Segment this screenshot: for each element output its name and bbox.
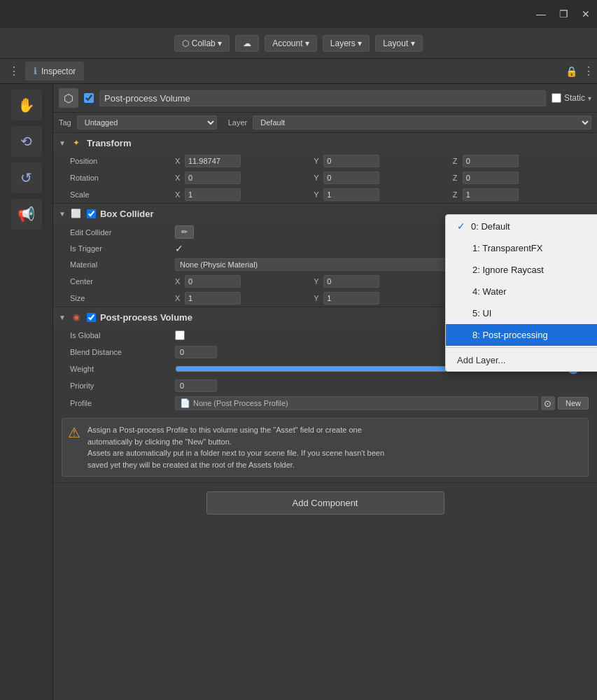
edit-collider-button[interactable]: ✏: [175, 225, 194, 239]
close-button[interactable]: ✕: [580, 8, 591, 20]
profile-field: 📄 None (Post Process Profile): [175, 396, 538, 410]
center-y-input[interactable]: [323, 275, 379, 288]
size-label: Size: [70, 294, 175, 302]
priority-input[interactable]: [175, 379, 217, 392]
rotation-z-input[interactable]: [463, 172, 519, 184]
profile-pick-button[interactable]: ⊙: [541, 396, 555, 410]
layer-dropdown-item-postprocessing[interactable]: 8: Post-processing: [446, 324, 597, 346]
add-layer-label: Add Layer...: [457, 355, 505, 365]
cloud-button[interactable]: ☁: [235, 35, 259, 52]
position-y-input[interactable]: [323, 155, 379, 167]
object-active-checkbox[interactable]: [84, 93, 94, 103]
layer-dropdown-item-transparent[interactable]: 1: TransparentFX: [446, 237, 597, 259]
object-name-input[interactable]: [99, 90, 546, 106]
add-component-button[interactable]: Add Component: [206, 491, 444, 514]
tag-layer-row: Tag Untagged Layer Default: [53, 113, 597, 133]
rotation-y-input[interactable]: [323, 172, 379, 184]
transform-section-header[interactable]: ▼ ✦ Transform: [53, 133, 597, 153]
inspector-info-icon: ℹ: [34, 66, 37, 76]
transform-arrow-icon: ▼: [59, 139, 66, 147]
transform-title: Transform: [87, 138, 132, 148]
profile-label: Profile: [70, 399, 175, 407]
tab-bar: ⋮ ℹ Inspector 🔒 ⋮: [0, 59, 597, 84]
ppv-checkbox[interactable]: [87, 313, 96, 322]
sidebar-speaker-icon[interactable]: 📢: [11, 199, 42, 230]
position-z-input[interactable]: [463, 155, 519, 167]
account-button[interactable]: Account ▾: [265, 35, 317, 52]
layer-dropdown-item-default[interactable]: 0: Default: [446, 215, 597, 237]
tag-select[interactable]: Untagged: [77, 115, 217, 130]
blend-distance-label: Blend Distance: [70, 348, 175, 356]
static-checkbox[interactable]: [552, 93, 561, 103]
sidebar-hand-icon[interactable]: ✋: [11, 90, 42, 120]
title-bar: — ❐ ✕: [0, 0, 597, 28]
rotation-row: Rotation X Y Z: [53, 169, 597, 186]
material-label: Material: [70, 260, 175, 269]
object-icon: ⬡: [59, 88, 78, 108]
maximize-button[interactable]: ❐: [558, 8, 569, 20]
size-y-input[interactable]: [323, 292, 379, 304]
minimize-button[interactable]: —: [535, 8, 547, 20]
is-global-label: Is Global: [70, 331, 175, 340]
edit-collider-label: Edit Collider: [70, 228, 175, 237]
size-x-coord: X: [175, 292, 311, 304]
size-y-coord: Y: [314, 292, 449, 304]
layer-dropdown-item-ui[interactable]: 5: UI: [446, 302, 597, 324]
blend-distance-input[interactable]: [175, 346, 217, 358]
edit-collider-icon: ✏: [181, 227, 188, 237]
layer-select[interactable]: Default: [253, 115, 591, 130]
center-x-coord: X: [175, 275, 311, 288]
position-x-input[interactable]: [185, 155, 241, 167]
rotation-x-input[interactable]: [185, 172, 241, 184]
left-sidebar: ✋ ⟲ ↺ 📢: [0, 84, 53, 700]
layer-dropdown-item-water[interactable]: 4: Water: [446, 281, 597, 302]
ppv-title: Post-process Volume: [100, 312, 192, 323]
layers-button[interactable]: Layers ▾: [323, 35, 370, 52]
scale-z-coord: Z: [453, 188, 589, 201]
static-arrow-icon[interactable]: ▾: [588, 94, 591, 102]
is-trigger-label: Is Trigger: [70, 244, 175, 253]
position-label: Position: [70, 157, 175, 165]
box-collider-title: Box Collider: [100, 209, 154, 219]
center-x-input[interactable]: [185, 275, 241, 288]
sidebar-move-icon[interactable]: ⟲: [11, 126, 42, 157]
scale-x-input[interactable]: [185, 188, 241, 201]
scale-y-input[interactable]: [323, 188, 379, 201]
add-layer-item[interactable]: Add Layer...: [446, 349, 597, 371]
layer-dropdown-item-ignore[interactable]: 2: Ignore Raycast: [446, 259, 597, 281]
inspector-tab[interactable]: ℹ Inspector: [25, 62, 84, 80]
position-x-coord: X: [175, 155, 311, 167]
inspector-scroll: ⬡ Static ▾ Tag Untagged Layer Default ▼: [53, 84, 597, 700]
menu-bar: ⬡ Collab ▾ ☁ Account ▾ Layers ▾ Layout ▾: [0, 28, 597, 59]
scale-y-coord: Y: [314, 188, 449, 201]
box-collider-checkbox[interactable]: [87, 209, 96, 218]
rotation-z-coord: Z: [453, 172, 589, 184]
static-label: Static: [564, 93, 585, 103]
rotation-x-coord: X: [175, 172, 311, 184]
weight-label: Weight: [70, 365, 175, 373]
layout-button[interactable]: Layout ▾: [375, 35, 422, 52]
size-x-input[interactable]: [185, 292, 241, 304]
transform-section: ▼ ✦ Transform Position X Y Z: [53, 133, 597, 204]
box-collider-icon: ⬜: [70, 207, 83, 220]
priority-label: Priority: [70, 382, 175, 390]
tab-menu-icon[interactable]: ⋮: [580, 64, 597, 78]
position-z-coord: Z: [453, 155, 589, 167]
center-label: Center: [70, 277, 175, 286]
scale-label: Scale: [70, 190, 175, 199]
ppv-icon: ◉: [70, 311, 83, 323]
inspector-tab-label: Inspector: [41, 66, 76, 76]
transform-icon: ✦: [70, 136, 83, 149]
profile-new-button[interactable]: New: [558, 397, 589, 410]
object-header: ⬡ Static ▾: [53, 84, 597, 113]
cloud-icon: ☁: [243, 38, 251, 48]
lock-icon[interactable]: 🔒: [566, 66, 577, 77]
profile-row: Profile 📄 None (Post Process Profile) ⊙ …: [53, 394, 597, 412]
ppv-arrow-icon: ▼: [59, 314, 66, 321]
sidebar-rotate-icon[interactable]: ↺: [11, 162, 42, 193]
scale-z-input[interactable]: [463, 188, 519, 201]
collab-button[interactable]: ⬡ Collab ▾: [174, 35, 230, 52]
tab-dots-icon[interactable]: ⋮: [6, 64, 22, 78]
rotation-label: Rotation: [70, 174, 175, 182]
is-global-checkbox[interactable]: [175, 330, 185, 340]
